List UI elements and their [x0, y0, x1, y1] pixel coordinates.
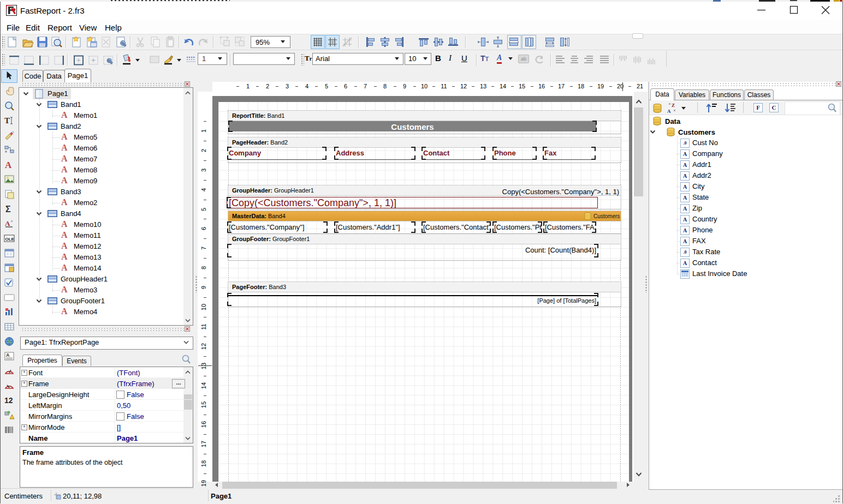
- svg-text:OLE: OLE: [5, 237, 15, 242]
- svg-text:Σ: Σ: [5, 205, 11, 214]
- svg-text:A: A: [5, 160, 12, 170]
- svg-text:T: T: [4, 116, 10, 125]
- svg-text:A: A: [6, 352, 10, 358]
- svg-text:12: 12: [4, 396, 13, 405]
- svg-text:A: A: [667, 109, 671, 114]
- svg-text:Z: Z: [672, 103, 675, 108]
- svg-text:A: A: [5, 219, 10, 227]
